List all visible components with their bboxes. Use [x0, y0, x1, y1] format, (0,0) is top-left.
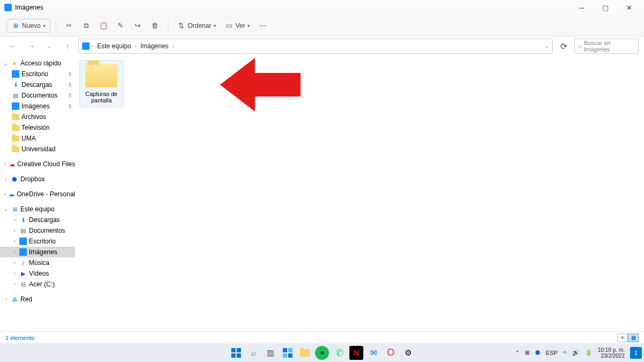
star-icon: ★ — [11, 60, 18, 67]
sidebar-pc-videos[interactable]: ›▶Vídeos — [0, 268, 75, 279]
plus-circle-icon: ⊕ — [11, 21, 20, 30]
settings-button[interactable]: ⚙ — [401, 346, 415, 360]
nav-row: ← → ⌄ ↑ › Este equipo › Imágenes › ⌄ ⟳ ⌕… — [0, 36, 644, 56]
sidebar-downloads[interactable]: ⬇Descargas⊼ — [0, 79, 75, 90]
trash-icon: 🗑 — [151, 21, 159, 30]
sidebar-onedrive[interactable]: ›☁OneDrive - Personal — [0, 189, 75, 200]
opera-button[interactable]: O — [384, 346, 398, 360]
forward-button[interactable]: → — [24, 39, 39, 54]
annotation-arrow-icon — [220, 56, 301, 117]
folder-icon — [12, 145, 19, 153]
sort-button[interactable]: ⇅ Ordenar ▾ — [174, 19, 219, 32]
tray-chevron-icon[interactable]: ⌃ — [515, 350, 519, 356]
sidebar-pc-desktop[interactable]: › Escritorio — [0, 236, 75, 247]
toolbar: ⊕ Nuevo ▾ ✂ ⧉ 📋 ✎ ↪ 🗑 ⇅ Ordenar ▾ ▭ Ver … — [0, 15, 644, 36]
share-button[interactable]: ↪ — [130, 19, 145, 32]
cloud-icon: ☁ — [9, 160, 15, 168]
folder-icon — [12, 124, 19, 131]
refresh-button[interactable]: ⟳ — [556, 39, 571, 54]
sidebar-television[interactable]: Televisión — [0, 122, 75, 133]
sidebar-network[interactable]: ›🖧Red — [0, 294, 75, 305]
document-icon: ▤ — [12, 92, 19, 99]
content-area: Capturas de pantalla — [75, 56, 644, 331]
tray-dropbox-icon[interactable]: ⬢ — [535, 349, 540, 356]
sidebar-uma[interactable]: UMA — [0, 133, 75, 144]
video-icon: ▶ — [19, 270, 27, 277]
sidebar-dropbox[interactable]: ›⬢Dropbox — [0, 174, 75, 184]
search-input[interactable]: ⌕ Buscar en Imágenes — [574, 39, 639, 54]
sidebar-quick-access[interactable]: ⌄★Acceso rápido — [0, 58, 75, 69]
task-view-button[interactable]: ▥ — [264, 346, 277, 360]
download-icon: ⬇ — [12, 81, 19, 88]
clock[interactable]: 10:18 p. m. 23/2/2022 — [598, 347, 625, 359]
sidebar-pc-documents[interactable]: ›▤Documentos — [0, 225, 75, 236]
svg-rect-8 — [288, 353, 292, 358]
breadcrumb-root[interactable]: Este equipo — [96, 42, 133, 50]
chevron-down-icon: ▾ — [214, 23, 216, 28]
more-icon: ⋯ — [259, 21, 267, 30]
svg-rect-7 — [283, 353, 287, 358]
address-bar[interactable]: › Este equipo › Imágenes › ⌄ — [78, 39, 553, 54]
svg-rect-6 — [288, 348, 292, 352]
breadcrumb-current[interactable]: Imágenes — [138, 42, 170, 50]
wifi-icon[interactable]: ⌔ — [563, 350, 567, 356]
start-button[interactable] — [229, 346, 243, 360]
back-button[interactable]: ← — [5, 39, 20, 54]
rename-icon: ✎ — [116, 21, 125, 30]
volume-icon[interactable]: 🔊 — [572, 349, 580, 356]
folder-capturas[interactable]: Capturas de pantalla — [79, 60, 123, 107]
sidebar-creative-cloud[interactable]: ›☁Creative Cloud Files — [0, 159, 75, 169]
battery-icon[interactable]: 🔋 — [585, 349, 592, 356]
pictures-icon — [19, 248, 27, 256]
svg-marker-0 — [220, 58, 301, 112]
more-button[interactable]: ⋯ — [255, 19, 270, 32]
music-icon: ♪ — [19, 259, 27, 267]
drive-icon: ⊟ — [19, 280, 27, 288]
whatsapp-button[interactable]: ✆ — [332, 346, 346, 360]
up-button[interactable]: ↑ — [60, 39, 75, 54]
sidebar-documents[interactable]: ▤Documentos⊼ — [0, 90, 75, 101]
netflix-button[interactable]: N — [349, 346, 363, 360]
maximize-button[interactable]: ▢ — [594, 0, 617, 15]
sidebar-archivos[interactable]: Archivos — [0, 112, 75, 122]
search-button[interactable]: ⌕ — [246, 346, 260, 360]
chevron-down-icon: ▾ — [247, 23, 250, 28]
view-button[interactable]: ▭ Ver ▾ — [222, 19, 253, 32]
sidebar-desktop[interactable]: Escritorio⊼ — [0, 69, 75, 79]
pin-icon: ⊼ — [68, 82, 72, 88]
cut-button[interactable]: ✂ — [62, 19, 77, 32]
language-indicator[interactable]: ESP — [546, 350, 558, 356]
rename-button[interactable]: ✎ — [113, 19, 128, 32]
spotify-button[interactable]: ≋ — [315, 346, 329, 360]
notification-button[interactable]: 1 — [630, 347, 642, 359]
list-view-button[interactable]: ≡ — [617, 334, 628, 342]
delete-button[interactable]: 🗑 — [148, 19, 163, 32]
svg-rect-5 — [283, 348, 287, 352]
mail-button[interactable]: ✉ — [367, 346, 380, 360]
minimize-button[interactable]: ─ — [570, 0, 594, 15]
copy-button[interactable]: ⧉ — [79, 19, 94, 32]
clock-date: 23/2/2022 — [598, 353, 625, 359]
recent-button[interactable]: ⌄ — [42, 39, 57, 54]
sidebar-pc-drive[interactable]: ›⊟Acer (C:) — [0, 279, 75, 290]
folder-icon — [12, 135, 19, 142]
sidebar-pc-pictures[interactable]: › Imágenes — [0, 247, 75, 257]
paste-button[interactable]: 📋 — [96, 19, 111, 32]
sidebar-this-pc[interactable]: ⌄🖥Este equipo — [0, 204, 75, 215]
sidebar-universidad[interactable]: Universidad — [0, 144, 75, 154]
grid-view-button[interactable]: ▦ — [628, 334, 639, 342]
chevron-down-icon[interactable]: ⌄ — [545, 43, 549, 49]
titlebar: Imágenes ─ ▢ ✕ — [0, 0, 644, 15]
sidebar-pc-downloads[interactable]: ›⬇Descargas — [0, 215, 75, 225]
document-icon: ▤ — [19, 227, 27, 234]
explorer-button[interactable] — [298, 346, 312, 360]
new-button[interactable]: ⊕ Nuevo ▾ — [6, 19, 50, 33]
share-icon: ↪ — [134, 21, 142, 30]
sidebar-pc-music[interactable]: ›♪Música — [0, 257, 75, 268]
sidebar-pictures[interactable]: Imágenes⊼ — [0, 101, 75, 112]
pictures-icon — [4, 4, 12, 11]
tray-app-icon[interactable]: ⊞ — [525, 349, 530, 356]
widgets-button[interactable] — [281, 346, 295, 360]
close-button[interactable]: ✕ — [617, 0, 641, 15]
new-label: Nuevo — [22, 22, 41, 29]
